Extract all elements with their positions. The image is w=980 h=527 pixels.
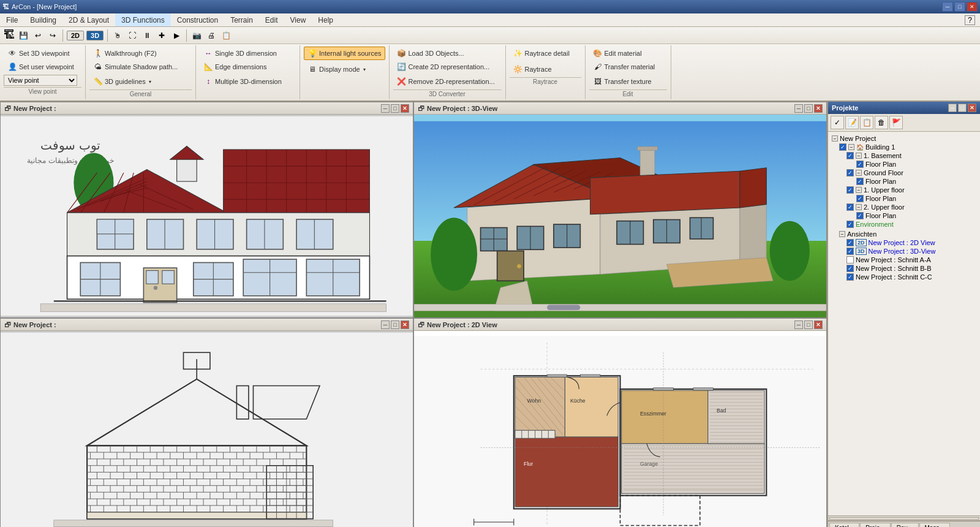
expand-basement[interactable]: − <box>856 153 862 159</box>
vp-bottomleft-close[interactable]: ✕ <box>401 320 409 329</box>
sidebar-edit-icon[interactable]: 📝 <box>845 116 859 129</box>
menu-view[interactable]: View <box>284 13 312 26</box>
check-basement[interactable]: ✓ <box>846 152 854 159</box>
check-schnitt-bb[interactable]: ✓ <box>846 265 854 272</box>
tree-item-building1[interactable]: ✓ − 🏠 Building 1 <box>829 143 979 151</box>
viewpoint-dropdown[interactable]: View point <box>4 75 77 86</box>
multiple3d-button[interactable]: ↕ Multiple 3D-dimension <box>200 75 285 88</box>
tree-item-2dview[interactable]: ✓ 2D New Project : 2D View <box>829 238 979 247</box>
expand-groundfloor[interactable]: − <box>856 170 862 176</box>
expand-ansichten[interactable]: − <box>839 231 845 237</box>
check-environment[interactable]: ✓ <box>846 221 854 228</box>
check-groundfloor[interactable]: ✓ <box>846 169 854 176</box>
vp-bottomleft-restore[interactable]: □ <box>391 320 399 329</box>
menu-edit[interactable]: Edit <box>259 13 284 26</box>
vp-topleft-minimize[interactable]: ─ <box>381 104 390 113</box>
raytrace-detail-button[interactable]: ✨ Raytrace detail <box>510 47 573 60</box>
menu-construction[interactable]: Construction <box>171 13 224 26</box>
guidelines-button[interactable]: 📏 3D guidelines ▾ <box>89 75 155 88</box>
edge-dim-button[interactable]: 📐 Edge dimensions <box>200 60 270 74</box>
sidebar-tab-mass[interactable]: Mass... <box>919 523 950 527</box>
menu-building[interactable]: Building <box>24 13 62 26</box>
menu-terrain[interactable]: Terrain <box>224 13 259 26</box>
tree-item-schnitt-aa[interactable]: New Project : Schnitt A-A <box>829 256 979 264</box>
sidebar-minimize[interactable]: ─ <box>948 104 957 112</box>
vp-bottomright-restore[interactable]: □ <box>804 320 813 329</box>
walkthrough-button[interactable]: 🚶 Walkthrough (F2) <box>89 47 160 60</box>
vp-topleft-close[interactable]: ✕ <box>401 104 409 113</box>
set-user-viewpoint-button[interactable]: 👤 Set user viewpoint <box>4 60 78 74</box>
toolbar-icon-4[interactable]: ✚ <box>156 29 168 42</box>
tree-item-upper1[interactable]: ✓ − 1. Upper floor <box>829 186 979 194</box>
expand-upper1[interactable]: − <box>856 187 862 193</box>
menu-3dfunctions[interactable]: 3D Functions <box>115 13 171 26</box>
tree-item-upper2[interactable]: ✓ − 2. Upper floor <box>829 203 979 211</box>
load3d-button[interactable]: 📦 Load 3D Objects... <box>393 47 468 60</box>
set3d-viewpoint-button[interactable]: 👁 Set 3D viewpoint <box>4 47 74 60</box>
display-mode-button[interactable]: 🖥 Display mode ▾ <box>304 63 369 76</box>
toolbar-icon-3[interactable]: ⏸ <box>141 29 153 42</box>
sidebar-close[interactable]: ✕ <box>968 104 976 112</box>
tree-item-3dview[interactable]: ✓ 3D New Project : 3D-View <box>829 247 979 256</box>
minimize-button[interactable]: ─ <box>942 2 953 12</box>
check-upper1-plan[interactable]: ✓ <box>856 195 864 202</box>
undo-button[interactable]: ↩ <box>32 29 44 42</box>
vp-topright-close[interactable]: ✕ <box>814 104 823 113</box>
restore-button[interactable]: □ <box>954 2 965 12</box>
mode-3d-button[interactable]: 3D <box>86 31 104 40</box>
check-upper1[interactable]: ✓ <box>846 186 854 194</box>
sidebar-flag-icon[interactable]: 🚩 <box>889 116 903 129</box>
help-icon[interactable]: ? <box>965 15 975 25</box>
simulate-shadow-button[interactable]: 🌤 Simulate Shadow path... <box>89 60 181 74</box>
tree-item-newproject[interactable]: − New Project <box>829 134 979 143</box>
internal-light-button[interactable]: 💡 Internal light sources <box>304 47 385 60</box>
remove2d-button[interactable]: ❌ Remove 2D-representation... <box>393 75 499 88</box>
sidebar-tab-proje[interactable]: Proje... <box>860 523 891 527</box>
menu-help[interactable]: Help <box>312 13 339 26</box>
tree-item-upper1-plan[interactable]: ✓ Floor Plan <box>829 194 979 203</box>
expand-building1[interactable]: − <box>848 144 854 150</box>
single3d-button[interactable]: ↔ Single 3D dimension <box>200 47 281 60</box>
sidebar-add-icon[interactable]: 📋 <box>860 116 873 129</box>
toolbar-icon-2[interactable]: ⛶ <box>126 29 138 42</box>
sidebar-tab-katal[interactable]: Katal... <box>829 523 859 527</box>
check-building1[interactable]: ✓ <box>839 143 846 151</box>
create2d-button[interactable]: 🔄 Create 2D representation... <box>393 60 494 74</box>
tree-item-upper2-plan[interactable]: ✓ Floor Plan <box>829 211 979 220</box>
check-schnitt-aa[interactable] <box>846 256 854 264</box>
toolbar-icon-5[interactable]: ▶ <box>170 29 183 42</box>
tree-item-basement[interactable]: ✓ − 1. Basement <box>829 151 979 160</box>
check-upper2[interactable]: ✓ <box>846 203 854 211</box>
sidebar-delete-icon[interactable]: 🗑 <box>875 116 888 129</box>
check-schnitt-cc[interactable]: ✓ <box>846 273 854 281</box>
vp-bottomright-close[interactable]: ✕ <box>814 320 823 329</box>
tree-item-ansichten[interactable]: − Ansichten <box>829 230 979 238</box>
vp-topright-minimize[interactable]: ─ <box>794 104 803 113</box>
close-button[interactable]: ✕ <box>967 2 978 12</box>
tree-item-basement-plan[interactable]: ✓ Floor Plan <box>829 160 979 169</box>
vp-bottomright-minimize[interactable]: ─ <box>794 320 803 329</box>
tree-item-groundfloor-plan[interactable]: ✓ Floor Plan <box>829 177 979 186</box>
expand-upper2[interactable]: − <box>856 204 862 210</box>
transfer-texture-button[interactable]: 🖼 Transfer texture <box>589 75 655 88</box>
sidebar-maximize[interactable]: □ <box>958 104 967 112</box>
menu-2dlayout[interactable]: 2D & Layout <box>62 13 115 26</box>
toolbar-icon-1[interactable]: 🖱 <box>111 29 124 42</box>
toolbar-icon-7[interactable]: 🖨 <box>205 29 217 42</box>
mode-2d-button[interactable]: 2D <box>67 31 84 40</box>
menu-file[interactable]: File <box>0 13 24 26</box>
check-upper2-plan[interactable]: ✓ <box>856 212 864 219</box>
toolbar-icon-8[interactable]: 📋 <box>220 29 232 42</box>
raytrace-button[interactable]: 🔆 Raytrace <box>510 63 556 76</box>
tree-item-schnitt-bb[interactable]: ✓ New Project : Schnitt B-B <box>829 264 979 273</box>
vp-topright-restore[interactable]: □ <box>804 104 813 113</box>
transfer-material-button[interactable]: 🖌 Transfer material <box>589 60 659 74</box>
edit-material-button[interactable]: 🎨 Edit material <box>589 47 646 60</box>
vp-topleft-restore[interactable]: □ <box>391 104 399 113</box>
check-3dview[interactable]: ✓ <box>846 248 854 255</box>
tree-item-groundfloor[interactable]: ✓ − Ground Floor <box>829 169 979 177</box>
vp-bottomleft-minimize[interactable]: ─ <box>381 320 390 329</box>
save-button[interactable]: 💾 <box>17 29 29 42</box>
expand-newproject[interactable]: − <box>832 135 838 142</box>
check-basement-plan[interactable]: ✓ <box>856 161 864 168</box>
